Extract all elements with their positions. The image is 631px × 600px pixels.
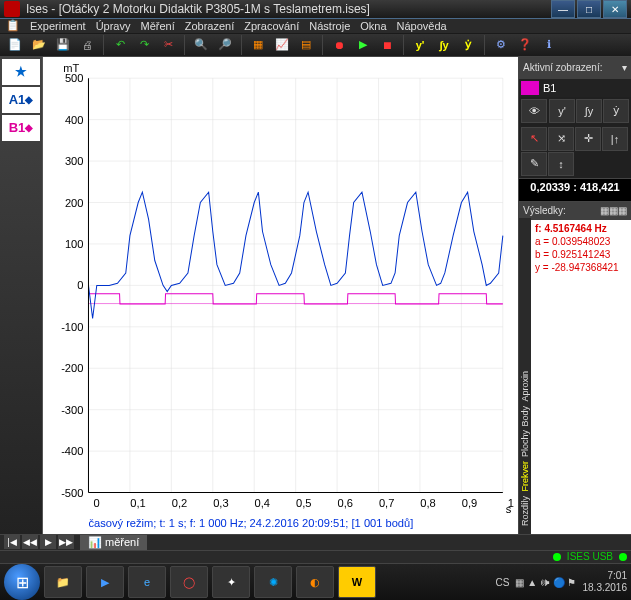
clock[interactable]: 7:01 18.3.2016 [583,570,628,594]
tool-yprime-icon[interactable]: y' [409,34,431,56]
plot-area[interactable]: -500-400-300-200-100010020030040050000,1… [43,57,518,534]
chart-svg: -500-400-300-200-100010020030040050000,1… [43,57,518,534]
start-button[interactable]: ⊞ [4,564,40,600]
results-toolbar-icon[interactable]: ▦▦▦ [600,205,627,216]
tool-undo-icon[interactable]: ↶ [109,34,131,56]
system-tray: CS ▦ ▲ 🕪 🔵 ⚑ 7:01 18.3.2016 [380,570,627,594]
status-bar: ISES USB [0,550,631,563]
svg-text:-500: -500 [61,486,83,498]
task-ie-icon[interactable]: e [128,566,166,598]
task-explorer-icon[interactable]: 📁 [44,566,82,598]
tool-save-icon[interactable]: 💾 [52,34,74,56]
channel-a1[interactable]: A1◆ [2,87,40,113]
nav-prev-button[interactable]: ◀◀ [22,535,38,549]
freq-value: f: 4.5167464 Hz [535,222,627,235]
menu-process[interactable]: Zpracování [244,20,299,32]
crosshair-icon[interactable]: ⤨ [548,127,574,151]
results-values: f: 4.5167464 Hz a = 0.039548023 b = 0.92… [531,218,631,278]
tab-rozdily[interactable]: Rozdíly [520,496,530,526]
app-window: Ises - [Otáčky 2 Motorku Didaktik P3805-… [0,0,631,600]
tool-print-icon[interactable]: 🖨 [76,34,98,56]
tool-cut-icon[interactable]: ✂ [157,34,179,56]
svg-text:100: 100 [65,238,84,250]
plus-icon[interactable]: ✛ [575,127,601,151]
svg-text:0,8: 0,8 [420,496,435,508]
vresize-icon[interactable]: ↕ [548,152,574,176]
status-led-icon [619,553,627,561]
svg-text:0: 0 [77,279,83,291]
tab-frekver[interactable]: Frekver [520,461,530,492]
task-chrome-icon[interactable]: ◯ [170,566,208,598]
task-media-icon[interactable]: ▶ [86,566,124,598]
svg-text:300: 300 [65,155,84,167]
lang-indicator[interactable]: CS [496,577,510,588]
channel-star[interactable]: ★ [2,59,40,85]
maximize-button[interactable]: □ [577,0,601,18]
tool-redo-icon[interactable]: ↷ [133,34,155,56]
tool-info-icon[interactable]: ℹ [538,34,560,56]
svg-text:-200: -200 [61,362,83,374]
svg-text:0,1: 0,1 [130,496,145,508]
tool-grid-icon[interactable]: ▦ [247,34,269,56]
tool-deriv-icon[interactable]: ẏ [457,34,479,56]
task-app2-icon[interactable]: ◐ [296,566,334,598]
tab-body[interactable]: Body [520,406,530,427]
tab-plochy[interactable]: Plochy [520,430,530,457]
nav-next-button[interactable]: ▶▶ [58,535,74,549]
nav-first-button[interactable]: |◀ [4,535,20,549]
tool-chart-icon[interactable]: 📈 [271,34,293,56]
nav-play-button[interactable]: ▶ [40,535,56,549]
svg-text:200: 200 [65,196,84,208]
deriv-button[interactable]: ẏ [603,99,629,123]
connection-status: ISES USB [567,551,613,562]
tool-settings-icon[interactable]: ⚙ [490,34,512,56]
task-app1-icon[interactable]: ✦ [212,566,250,598]
channel-row[interactable]: B1 [519,79,631,97]
tool-play-icon[interactable]: ▶ [352,34,374,56]
tool-open-icon[interactable]: 📂 [28,34,50,56]
conn-led-icon [553,553,561,561]
tool-new-icon[interactable]: 📄 [4,34,26,56]
tool-table-icon[interactable]: ▤ [295,34,317,56]
menu-windows[interactable]: Okna [360,20,386,32]
menu-tools[interactable]: Nástroje [309,20,350,32]
tool-help-icon[interactable]: ❓ [514,34,536,56]
title-bar: Ises - [Otáčky 2 Motorku Didaktik P3805-… [0,0,631,19]
pointer-icon[interactable]: ↖ [521,127,547,151]
svg-text:0: 0 [93,496,99,508]
svg-text:-300: -300 [61,403,83,415]
menu-help[interactable]: Nápověda [397,20,447,32]
menu-view[interactable]: Zobrazení [185,20,235,32]
tool-zoomout-icon[interactable]: 🔎 [214,34,236,56]
tab-aproxin[interactable]: Aproxin [520,371,530,402]
toolbar: 📄 📂 💾 🖨 ↶ ↷ ✂ 🔍 🔎 ▦ 📈 ▤ ⏺ ▶ ⏹ y' ∫y ẏ ⚙ … [0,34,631,57]
tool-integral-icon[interactable]: ∫y [433,34,455,56]
svg-text:0,6: 0,6 [337,496,352,508]
tray-icons[interactable]: ▦ ▲ 🕪 🔵 ⚑ [515,577,576,588]
tool-zoomin-icon[interactable]: 🔍 [190,34,212,56]
tool-stop-icon[interactable]: ⏹ [376,34,398,56]
channel-bar: ★ A1◆ B1◆ [0,57,43,534]
channel-b1[interactable]: B1◆ [2,115,40,141]
dropdown-icon[interactable]: ▾ [622,62,627,73]
task-word-icon[interactable]: W [338,566,376,598]
menu-measure[interactable]: Měření [140,20,174,32]
results-tab-strip: Aproxin Body Plochy Frekver Rozdíly [519,218,531,534]
ruler-icon[interactable]: |↑ [602,127,628,151]
task-ises-icon[interactable]: ✺ [254,566,292,598]
close-button[interactable]: ✕ [603,0,627,18]
eye-icon[interactable]: 👁 [521,99,547,123]
menu-experiment[interactable]: Experiment [30,20,86,32]
yprime-button[interactable]: y' [549,99,575,123]
measure-tab[interactable]: 📊 měření [80,535,147,550]
integral-button[interactable]: ∫y [576,99,602,123]
pen-icon[interactable]: ✎ [521,152,547,176]
minimize-button[interactable]: — [551,0,575,18]
tool-record-icon[interactable]: ⏺ [328,34,350,56]
svg-text:0,4: 0,4 [255,496,270,508]
app-menu-icon[interactable]: 📋 [6,19,20,32]
view-tools: 👁 y' ∫y ẏ [519,97,631,125]
app-icon [4,1,20,17]
y-value: y = -28.947368421 [535,261,627,274]
menu-edit[interactable]: Úpravy [96,20,131,32]
